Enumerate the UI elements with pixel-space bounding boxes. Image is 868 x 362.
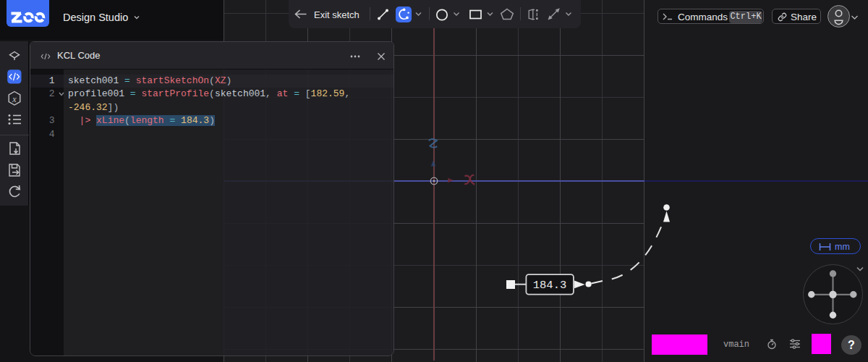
- svg-text:x: x: [12, 94, 17, 104]
- svg-text:184.3: 184.3: [533, 279, 567, 292]
